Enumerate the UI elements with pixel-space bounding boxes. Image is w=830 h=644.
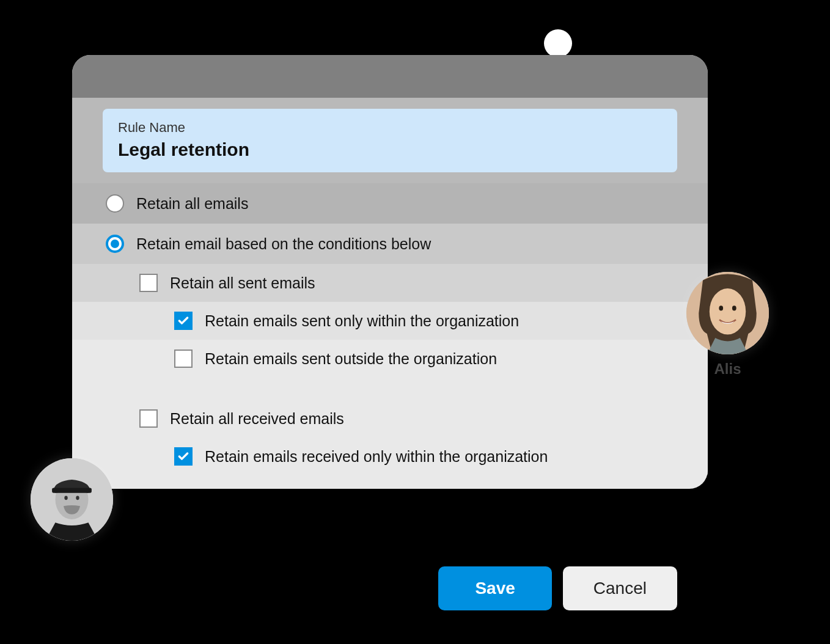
checkbox-recv-within-row[interactable]: Retain emails received only within the o… [72, 437, 708, 475]
rule-name-label: Rule Name [118, 120, 662, 136]
checkbox-sent-all-label: Retain all sent emails [170, 274, 315, 292]
radio-conditional[interactable] [106, 235, 124, 253]
checkbox-sent-within-row[interactable]: Retain emails sent only within the organ… [72, 302, 708, 340]
rule-name-section: Rule Name Legal retention [72, 98, 708, 183]
svg-point-3 [732, 306, 736, 310]
check-icon [177, 450, 189, 463]
avatar-left [31, 458, 113, 541]
checkbox-sent-within[interactable] [174, 312, 193, 330]
checkbox-recv-all-label: Retain all received emails [170, 410, 344, 428]
check-icon [177, 315, 189, 327]
rule-name-field[interactable]: Rule Name Legal retention [103, 109, 677, 172]
avatar-right-name: Alis [686, 360, 769, 378]
checkbox-recv-all-row[interactable]: Retain all received emails [72, 400, 708, 437]
button-bar: Save Cancel [438, 566, 677, 610]
checkbox-sent-all-row[interactable]: Retain all sent emails [72, 264, 708, 302]
person-icon [31, 458, 113, 541]
spacer [72, 378, 708, 400]
radio-conditional-label: Retain email based on the conditions bel… [136, 235, 431, 253]
radio-conditional-row[interactable]: Retain email based on the conditions bel… [72, 224, 708, 264]
checkbox-recv-within[interactable] [174, 447, 193, 466]
person-icon [686, 272, 769, 354]
decorative-dot [544, 29, 572, 57]
checkbox-sent-outside[interactable] [174, 349, 193, 368]
rule-name-value: Legal retention [118, 139, 662, 160]
checkbox-recv-all[interactable] [139, 409, 158, 428]
svg-point-8 [76, 496, 79, 500]
checkbox-sent-all[interactable] [139, 274, 158, 292]
checkbox-sent-outside-label: Retain emails sent outside the organizat… [205, 350, 497, 368]
svg-rect-6 [52, 488, 92, 493]
retention-rule-dialog: Rule Name Legal retention Retain all ema… [72, 55, 708, 489]
svg-point-1 [710, 288, 746, 335]
radio-retain-all[interactable] [106, 194, 124, 213]
avatar-left-image [31, 458, 113, 541]
svg-point-2 [719, 306, 723, 310]
save-button[interactable]: Save [438, 566, 551, 610]
svg-point-7 [64, 496, 67, 500]
avatar-right-image [686, 272, 769, 354]
radio-retain-all-row[interactable]: Retain all emails [72, 183, 708, 224]
radio-retain-all-label: Retain all emails [136, 195, 248, 213]
avatar-right: Alis [686, 272, 769, 378]
checkbox-sent-within-label: Retain emails sent only within the organ… [205, 312, 519, 330]
checkbox-recv-within-label: Retain emails received only within the o… [205, 448, 548, 466]
dialog-header-bar [72, 55, 708, 98]
checkbox-sent-outside-row[interactable]: Retain emails sent outside the organizat… [72, 340, 708, 378]
cancel-button[interactable]: Cancel [563, 566, 677, 610]
